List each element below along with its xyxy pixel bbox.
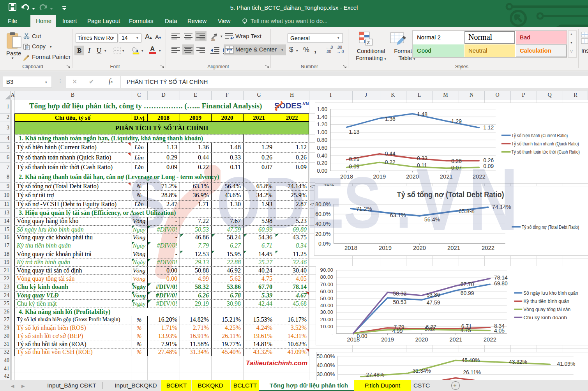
svg-text:0.44: 0.44 [385,150,396,157]
svg-text:0.00: 0.00 [357,333,367,339]
svg-text:Chu kỳ kinh doanh: Chu kỳ kinh doanh [523,315,567,320]
svg-text:4.75: 4.75 [461,327,471,333]
svg-text:20.0%: 20.0% [315,231,330,237]
svg-text:2022: 2022 [484,336,496,343]
svg-text:40.0%: 40.0% [315,221,330,227]
svg-text:1.13: 1.13 [349,129,360,135]
svg-text:1.20: 1.20 [317,121,327,127]
svg-text:69.80: 69.80 [494,280,508,287]
svg-text:56.4%: 56.4% [424,216,440,223]
svg-text:2019: 2019 [381,336,394,343]
svg-text:Tỷ số tổng nợ (Total Debt Rati: Tỷ số tổng nợ (Total Debt Ratio) [522,224,579,230]
svg-text:0.33: 0.33 [417,155,427,161]
svg-text:2022: 2022 [473,173,486,180]
svg-text:71.2%: 71.2% [356,206,372,212]
svg-text:0.00: 0.00 [317,168,327,174]
svg-text:1.40: 1.40 [317,114,327,120]
svg-text:20.00: 20.00 [320,317,333,322]
svg-text:0.26: 0.26 [451,158,462,164]
svg-text:0.09: 0.09 [483,163,494,169]
svg-text:80.0%: 80.0% [315,201,330,207]
svg-text:Tỷ số tổng nợ (Total Debt Rati: Tỷ số tổng nợ (Total Debt Ratio) [397,190,504,199]
svg-text:27.48%: 27.48% [366,372,385,378]
svg-text:0.80: 0.80 [317,137,327,143]
svg-text:65.8%: 65.8% [459,208,475,214]
svg-text:Vòng quay tổng tài sản: Vòng quay tổng tài sản [523,306,570,312]
svg-text:45.40%: 45.40% [462,357,480,363]
svg-text:2019: 2019 [379,245,392,251]
svg-text:2022: 2022 [482,245,494,251]
svg-text:60.00: 60.00 [320,288,333,294]
svg-text:60.0%: 60.0% [315,211,330,217]
svg-text:53.86: 53.86 [427,292,440,298]
svg-text:Số ngày lưu kho bình quân: Số ngày lưu kho bình quân [523,290,578,296]
svg-text:78.14: 78.14 [494,274,508,281]
svg-text:0.20: 0.20 [317,160,327,166]
svg-text:10.00: 10.00 [320,324,333,329]
svg-text:70.00: 70.00 [320,281,333,287]
svg-text:2018: 2018 [340,173,353,180]
svg-text:0.07: 0.07 [451,165,462,171]
svg-text:Tỷ số thanh toán nhanh (Quick: Tỷ số thanh toán nhanh (Quick Ratio) [512,141,579,147]
svg-text:2020: 2020 [413,245,426,251]
svg-text:58.32: 58.32 [393,290,407,297]
svg-text:0.09: 0.09 [349,163,360,170]
svg-text:41.09%: 41.09% [557,361,576,367]
svg-text:1.29: 1.29 [451,118,462,124]
svg-text:0.11: 0.11 [417,162,427,168]
svg-text:0.29: 0.29 [349,156,360,162]
svg-text:50.00: 50.00 [320,295,333,301]
svg-text:Tỷ số thanh toán tức thời (Cas: Tỷ số thanh toán tức thời (Cash Ratio) [512,149,580,155]
svg-text:2019: 2019 [373,173,386,180]
svg-text:0.0%: 0.0% [318,241,331,247]
svg-text:80.00: 80.00 [320,274,333,280]
svg-text:43.32%: 43.32% [509,359,527,365]
svg-text:0.40: 0.40 [317,152,327,159]
svg-text:50.53: 50.53 [393,299,407,305]
svg-text:67.70: 67.70 [461,281,474,287]
svg-text:4.99: 4.99 [392,328,403,334]
svg-text:40.00%: 40.00% [317,363,335,368]
svg-text:1.60: 1.60 [317,106,327,112]
svg-text:1.12: 1.12 [483,124,494,131]
svg-text:1.48: 1.48 [417,111,427,117]
svg-text:63.1%: 63.1% [390,212,406,218]
svg-text:0.26: 0.26 [483,157,494,163]
svg-text:26.11%: 26.11% [463,370,481,375]
svg-text:74.14%: 74.14% [492,204,511,210]
svg-text:90.00: 90.00 [320,267,333,273]
svg-text:30.00: 30.00 [320,309,333,315]
svg-text:5.62: 5.62 [425,326,435,332]
svg-text:Kỳ thu tiền bình quân: Kỳ thu tiền bình quân [523,298,569,304]
svg-text:≠: ≠ [367,39,370,46]
svg-text:2020: 2020 [406,173,419,180]
svg-text:47.59: 47.59 [427,299,440,306]
svg-text:60.99: 60.99 [461,290,474,296]
svg-text:50.00%: 50.00% [317,354,335,359]
svg-text:0.22: 0.22 [385,159,396,165]
svg-text:ab: ab [211,38,215,41]
svg-text:31.34%: 31.34% [413,368,431,374]
svg-text:2021: 2021 [447,245,460,251]
svg-text:2021: 2021 [449,336,462,343]
svg-text:Tỷ số hiện hành (Current Ratio: Tỷ số hiện hành (Current Ratio) [512,133,568,138]
svg-text:30.00%: 30.00% [317,372,335,377]
svg-text:2020: 2020 [415,336,428,343]
svg-text:2018: 2018 [344,245,357,251]
svg-text:40.00: 40.00 [320,303,333,308]
svg-text:1.00: 1.00 [317,129,327,135]
svg-text:1.36: 1.36 [385,116,396,122]
svg-text:-: - [332,331,333,336]
svg-text:2021: 2021 [440,173,453,180]
svg-text:0.60: 0.60 [317,145,327,151]
svg-text:4.05: 4.05 [494,327,505,334]
